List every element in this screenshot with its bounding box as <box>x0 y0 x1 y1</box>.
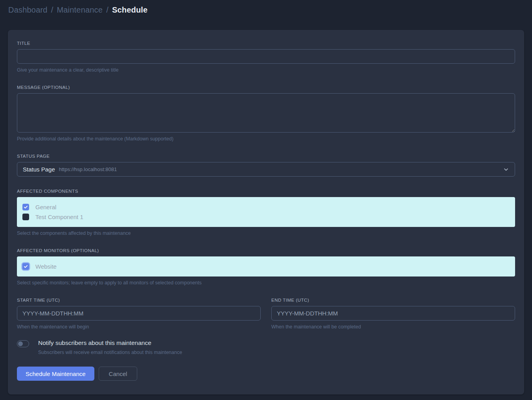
affected-components-label: AFFECTED COMPONENTS <box>17 189 515 194</box>
message-textarea[interactable] <box>17 93 515 133</box>
status-page-select[interactable]: Status Page https://hsp.localhost:8081 <box>17 162 515 177</box>
affected-components-panel: General Test Component 1 <box>17 197 515 227</box>
status-page-selected-url: https://hsp.localhost:8081 <box>59 166 117 172</box>
form-actions: Schedule Maintenance Cancel <box>17 367 515 381</box>
message-helper: Provide additional details about the mai… <box>17 136 515 142</box>
breadcrumb-separator: / <box>106 6 109 15</box>
notify-subscribers-label: Notify subscribers about this maintenanc… <box>38 339 182 347</box>
monitor-option-website[interactable]: Website <box>22 262 510 271</box>
affected-components-field-group: AFFECTED COMPONENTS General Test Compone… <box>17 189 515 236</box>
affected-components-helper: Select the components affected by this m… <box>17 230 515 236</box>
end-time-helper: When the maintenance will be completed <box>271 324 515 330</box>
component-option-label: General <box>35 204 56 210</box>
schedule-maintenance-form-card: TITLE Give your maintenance a clear, des… <box>8 30 524 394</box>
notify-subscribers-helper: Subscribers will receive email notificat… <box>38 350 182 355</box>
start-time-input[interactable] <box>17 306 261 321</box>
checkbox-icon[interactable] <box>22 204 29 210</box>
checkbox-icon[interactable] <box>22 214 29 220</box>
component-option-label: Test Component 1 <box>35 214 83 220</box>
breadcrumb-link-maintenance[interactable]: Maintenance <box>57 6 103 15</box>
breadcrumb-separator: / <box>51 6 53 15</box>
breadcrumb: Dashboard / Maintenance / Schedule <box>8 6 147 15</box>
chevron-down-icon <box>503 166 509 173</box>
schedule-maintenance-button[interactable]: Schedule Maintenance <box>17 367 94 381</box>
breadcrumb-link-dashboard[interactable]: Dashboard <box>8 6 48 15</box>
time-fields-row: START TIME (UTC) When the maintenance wi… <box>17 298 515 330</box>
notify-subscribers-row: Notify subscribers about this maintenanc… <box>17 339 515 355</box>
title-label: TITLE <box>17 41 515 46</box>
notify-subscribers-toggle[interactable] <box>17 340 29 347</box>
affected-monitors-panel: Website <box>17 256 515 276</box>
title-input[interactable] <box>17 49 515 64</box>
end-time-input[interactable] <box>271 306 515 321</box>
monitor-option-label: Website <box>35 263 57 270</box>
status-page-label: STATUS PAGE <box>17 154 515 159</box>
end-time-label: END TIME (UTC) <box>271 298 515 302</box>
status-page-selected-name: Status Page <box>23 166 55 173</box>
top-bar: Dashboard / Maintenance / Schedule <box>0 0 532 20</box>
start-time-helper: When the maintenance will begin <box>17 324 261 330</box>
message-label: MESSAGE (OPTIONAL) <box>17 85 515 90</box>
title-helper: Give your maintenance a clear, descripti… <box>17 67 515 73</box>
cancel-button[interactable]: Cancel <box>99 367 138 381</box>
start-time-field-group: START TIME (UTC) When the maintenance wi… <box>17 298 261 330</box>
title-field-group: TITLE Give your maintenance a clear, des… <box>17 41 515 73</box>
notify-subscribers-texts: Notify subscribers about this maintenanc… <box>38 339 182 355</box>
breadcrumb-current-schedule: Schedule <box>112 6 148 15</box>
affected-monitors-field-group: AFFECTED MONITORS (OPTIONAL) Website Sel… <box>17 248 515 286</box>
toggle-knob <box>18 341 23 346</box>
end-time-field-group: END TIME (UTC) When the maintenance will… <box>271 298 515 330</box>
affected-monitors-helper: Select specific monitors; leave empty to… <box>17 280 515 286</box>
component-option-general[interactable]: General <box>22 202 510 212</box>
affected-monitors-label: AFFECTED MONITORS (OPTIONAL) <box>17 248 515 253</box>
status-page-field-group: STATUS PAGE Status Page https://hsp.loca… <box>17 154 515 177</box>
message-field-group: MESSAGE (OPTIONAL) Provide additional de… <box>17 85 515 142</box>
component-option-test-component-1[interactable]: Test Component 1 <box>22 212 510 222</box>
checkbox-icon[interactable] <box>22 263 29 270</box>
start-time-label: START TIME (UTC) <box>17 298 261 302</box>
